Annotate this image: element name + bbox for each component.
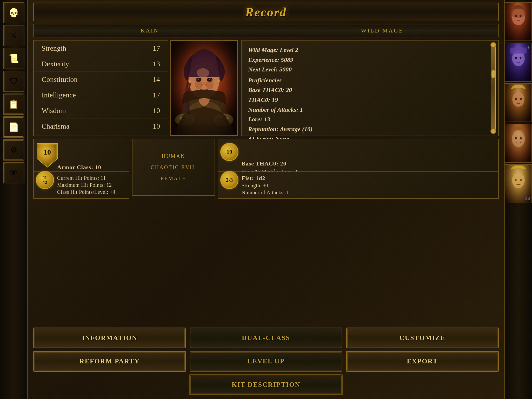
wisdom-label: Wisdom <box>42 107 147 115</box>
character-name: KAIN <box>34 27 266 34</box>
sidebar-icon-shield[interactable]: 🛡 <box>3 71 24 92</box>
portrait-overlay-1 <box>505 3 531 41</box>
proficiencies-text: Proficiencies <box>248 76 492 85</box>
skull-icon: 💀 <box>9 8 19 18</box>
kit-description-button[interactable]: KIT DESCRIPTION <box>189 374 343 395</box>
strength-value: 17 <box>147 44 160 52</box>
intelligence-label: Intelligence <box>42 91 147 99</box>
base-thac0-bottom: Base THAC0: 20 <box>242 160 495 167</box>
ac-value: 10 <box>36 148 59 156</box>
portrait-slot-3[interactable] <box>505 83 532 122</box>
portrait-overlay-4 <box>505 124 531 162</box>
current-hp-label: Current Hit Points: 11 <box>57 175 125 181</box>
experience-text: Experience: 5089 <box>248 56 492 64</box>
portrait-art <box>171 41 237 135</box>
thac0-badge-container: 19 <box>220 143 238 161</box>
strength-label: Strength <box>42 44 147 52</box>
portrait-slot-4[interactable] <box>505 124 532 163</box>
buttons-area: INFORMATION DUAL-CLASS CUSTOMIZE REFORM … <box>33 328 499 395</box>
portrait-overlay-5 <box>505 165 531 203</box>
portrait-1-inner <box>505 3 531 41</box>
stats-panel: Strength 17 Dexterity 13 Constitution 14… <box>33 40 168 136</box>
export-button[interactable]: EXPORT <box>346 351 499 372</box>
hp-top-value: 11 <box>43 175 47 180</box>
reform-party-button[interactable]: REFORM PARTY <box>33 351 186 372</box>
scroll-top <box>490 42 496 48</box>
sidebar-icon-scroll1[interactable]: 📜 <box>3 48 24 69</box>
fist-label: Fist: 1d2 <box>242 175 495 182</box>
scroll-bar[interactable] <box>491 43 496 133</box>
button-row-3: KIT DESCRIPTION <box>33 374 499 395</box>
scroll-thumb[interactable] <box>491 70 495 78</box>
sidebar-icon-gear[interactable]: ⚙ <box>3 139 24 161</box>
button-row-1: INFORMATION DUAL-CLASS CUSTOMIZE <box>33 328 499 348</box>
sidebar-icon-eye[interactable]: 👁 <box>3 162 24 183</box>
title-bar: Record <box>33 3 499 21</box>
scroll-bottom <box>490 128 496 134</box>
charisma-label: Charisma <box>42 122 147 130</box>
gear-icon: ⚙ <box>10 145 17 155</box>
sidebar-icon-skull[interactable]: 💀 <box>3 2 24 23</box>
damage-badge-container: 2-3 <box>220 171 238 189</box>
reputation-text: Reputation: Average (10) <box>248 125 492 134</box>
information-button[interactable]: INFORMATION <box>33 328 186 348</box>
fist-strength-label: Strength: +1 <box>242 183 495 189</box>
hp-badge-container: 11 12 <box>36 171 54 189</box>
name-bar: KAIN WILD MAGE <box>33 24 499 37</box>
portrait-slot-5[interactable]: 3d <box>505 164 532 203</box>
armor-class-label: Armor Class: 10 <box>57 164 125 171</box>
thac0-badge: 19 <box>220 143 238 161</box>
right-sidebar: + <box>504 0 532 399</box>
main-content: Record KAIN WILD MAGE Strength 17 Dexter… <box>28 0 504 399</box>
portrait-svg <box>171 41 237 135</box>
race-panel: HUMAN CHAOTIC EVIL FEMALE <box>132 139 215 196</box>
character-portrait <box>170 40 238 136</box>
stat-row-intelligence: Intelligence 17 <box>34 87 168 103</box>
sidebar-icon-sword[interactable]: ⚔ <box>3 25 24 46</box>
spacer-left <box>33 374 185 395</box>
stat-row-constitution: Constitution 14 <box>34 72 168 87</box>
sidebar-icon-scroll3[interactable]: 📄 <box>3 116 24 138</box>
portrait-5-inner: 3d <box>505 165 531 203</box>
stat-row-dexterity: Dexterity 13 <box>34 56 168 72</box>
dexterity-label: Dexterity <box>42 60 147 68</box>
page-title: Record <box>245 5 287 19</box>
lore-text: Lore: 13 <box>248 115 492 124</box>
button-row-2: REFORM PARTY LEVEL UP EXPORT <box>33 351 499 372</box>
damage-panel: Fist: 1d2 Strength: +1 Number of Attacks… <box>218 171 499 199</box>
fist-attacks-label: Number of Attacks: 1 <box>242 190 495 196</box>
damage-badge: 2-3 <box>220 171 238 189</box>
thac0-badge-value: 19 <box>227 149 232 155</box>
max-hp-label: Maximum Hit Points: 12 <box>57 182 125 188</box>
scroll1-icon: 📜 <box>9 54 19 63</box>
constitution-value: 14 <box>147 75 160 84</box>
stat-row-wisdom: Wisdom 10 <box>34 103 168 118</box>
portrait-slot-2[interactable]: + <box>505 43 532 82</box>
sword-icon: ⚔ <box>10 31 17 40</box>
portrait-overlay-2 <box>505 43 531 81</box>
thac0-text: THAC0: 19 <box>248 96 492 104</box>
gender-text: FEMALE <box>161 176 186 182</box>
character-class: WILD MAGE <box>266 27 498 34</box>
scroll2-icon: 📋 <box>9 99 19 109</box>
intelligence-value: 17 <box>147 91 160 99</box>
scroll3-icon: 📄 <box>9 122 19 132</box>
customize-button[interactable]: CUSTOMIZE <box>346 328 499 348</box>
portrait-slot-1[interactable] <box>505 2 532 41</box>
class-hp-label: Class Hit Points/Level: +4 <box>57 189 125 195</box>
spacer-right <box>347 374 499 395</box>
sidebar-icon-scroll2[interactable]: 📋 <box>3 94 24 115</box>
shield-badge-container: 10 <box>36 142 59 168</box>
portrait-4-inner <box>505 124 531 162</box>
dual-class-button[interactable]: DUAL-CLASS <box>190 328 342 348</box>
dexterity-value: 13 <box>147 60 160 68</box>
hp-bottom-value: 12 <box>43 180 47 185</box>
level-up-button[interactable]: LEVEL UP <box>190 351 342 372</box>
base-thac0-text: Base THAC0: 20 <box>248 86 492 95</box>
constitution-label: Constitution <box>42 75 147 84</box>
svg-rect-42 <box>171 41 237 135</box>
stat-row-strength: Strength 17 <box>34 41 168 56</box>
wisdom-value: 10 <box>147 107 160 115</box>
portrait-3-inner <box>505 84 531 122</box>
shield-icon: 🛡 <box>10 77 18 86</box>
